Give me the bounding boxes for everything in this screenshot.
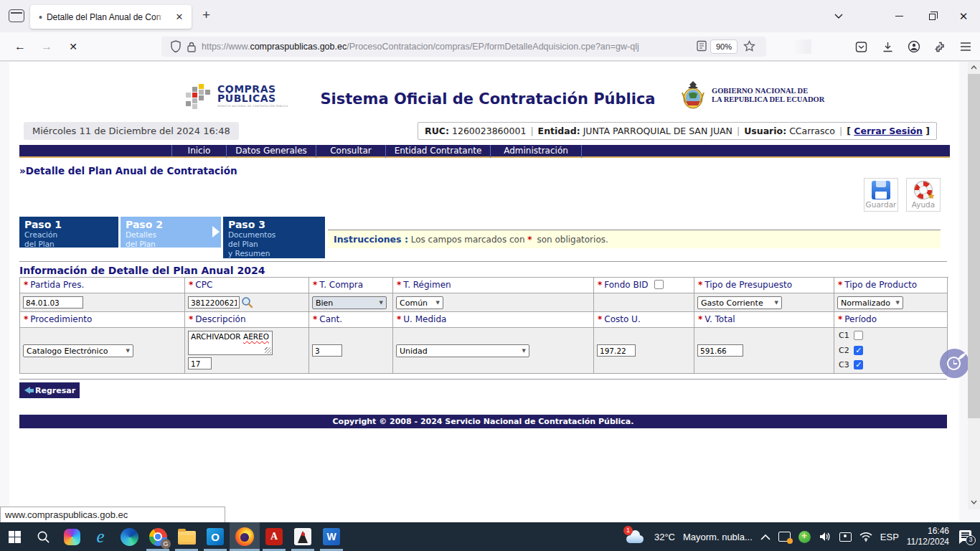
scroll-up-arrow[interactable] (968, 62, 980, 73)
tray-wifi-icon[interactable] (859, 532, 872, 542)
cpc-search-icon[interactable] (241, 296, 253, 309)
c1-checkbox[interactable] (854, 331, 863, 340)
weather-text[interactable]: Mayorm. nubla... (683, 532, 753, 542)
taskbar-copilot-icon[interactable] (57, 522, 86, 551)
start-button[interactable] (0, 522, 29, 551)
taskbar-java-icon[interactable] (288, 522, 317, 551)
page-scrollbar[interactable] (968, 62, 980, 509)
notification-badge: 3 (966, 535, 976, 545)
t-regimen-select[interactable]: Común▼ (396, 296, 443, 309)
header-partida: *Partida Pres. (20, 278, 185, 293)
forward-button[interactable]: → (38, 38, 55, 55)
fondo-bid-checkbox[interactable] (654, 280, 664, 289)
step-arrow-icon (212, 226, 220, 237)
tray-notifications-icon[interactable]: 3 (957, 530, 973, 543)
tipo-presupuesto-select[interactable]: Gasto Corriente▼ (697, 296, 782, 309)
account-icon[interactable] (905, 38, 923, 55)
lock-icon[interactable] (187, 42, 196, 52)
window-close-button[interactable]: ✕ (953, 0, 974, 32)
periodo-c1: C1 (839, 331, 863, 340)
tab-close-icon[interactable]: ✕ (173, 11, 186, 22)
ecuador-coat-of-arms (679, 80, 707, 111)
menu-item-inicio[interactable]: Inicio (172, 145, 227, 158)
shield-icon[interactable] (170, 40, 182, 53)
tab-list-chevron-icon[interactable] (828, 0, 849, 32)
tray-chevron-icon[interactable] (760, 534, 771, 540)
header-u-medida: *U. Medida (393, 312, 594, 328)
browser-tab[interactable]: • Detalle del Plan Anual de Contr ✕ (30, 5, 192, 29)
tray-volume-icon[interactable] (819, 531, 831, 542)
scroll-down-arrow[interactable] (968, 496, 980, 508)
v-total-input[interactable] (697, 344, 743, 357)
logout-link[interactable]: Cerrar Sesión (854, 126, 923, 136)
menu-item-consultar[interactable]: Consultar (316, 145, 386, 158)
tab-unsaved-dot: • (39, 11, 42, 23)
cantidad-input[interactable] (312, 344, 342, 357)
taskbar-search-button[interactable] (29, 522, 57, 551)
taskbar-ie-icon[interactable]: e (86, 522, 115, 551)
weather-temp[interactable]: 32°C (654, 532, 675, 542)
floating-timer-widget[interactable] (940, 349, 969, 378)
header-descripcion: *Descripción (185, 312, 309, 328)
descripcion-textarea[interactable]: ARCHIVADOR AEREO (188, 331, 273, 355)
tab-title: Detalle del Plan Anual de Contr (47, 12, 161, 22)
descripcion-code-input[interactable] (188, 357, 212, 369)
tray-antivirus-icon[interactable] (798, 531, 811, 543)
header-t-regimen: *T. Régimen (393, 278, 594, 293)
zoom-level-button[interactable]: 90% (710, 39, 738, 54)
header-fondo-bid: *Fondo BID (594, 278, 694, 293)
taskbar-acrobat-icon[interactable]: A (260, 522, 288, 551)
cpc-input[interactable] (188, 296, 240, 309)
c3-checkbox[interactable] (854, 360, 863, 369)
menu-item-administracion[interactable]: Administración (491, 145, 582, 158)
header-v-total: *V. Total (694, 312, 834, 328)
window-restore-button[interactable] (921, 0, 943, 32)
window-minimize-button[interactable] (888, 0, 910, 32)
stop-button[interactable]: ✕ (65, 38, 82, 55)
section-title: Información de Detalle del Plan Anual 20… (19, 265, 265, 276)
extensions-icon[interactable] (931, 38, 948, 55)
header-t-compra: *T. Compra (309, 278, 393, 293)
costo-u-input[interactable] (597, 344, 636, 357)
tipo-producto-select[interactable]: Normalizado▼ (837, 296, 903, 309)
taskbar-explorer-icon[interactable] (172, 522, 201, 551)
pocket-icon[interactable] (852, 38, 870, 55)
help-lifebuoy-icon: ★ (914, 181, 933, 199)
taskbar-word-icon[interactable]: W (317, 522, 346, 551)
scroll-thumb[interactable] (968, 74, 980, 418)
tray-language[interactable]: ESP (880, 532, 899, 542)
save-button[interactable]: Guardar (864, 178, 898, 212)
taskbar-edge-icon[interactable] (115, 522, 143, 551)
partida-input[interactable] (23, 296, 83, 309)
tray-screenshare-icon[interactable] (778, 532, 791, 542)
session-info: RUC: 1260023860001|Entidad: JUNTA PARROQ… (418, 122, 937, 140)
c2-checkbox[interactable] (854, 346, 863, 355)
firefox-view-icon[interactable] (9, 9, 24, 22)
periodo-c2: C2 (839, 346, 863, 355)
taskbar-chrome-icon[interactable]: G (143, 522, 172, 551)
new-tab-button[interactable]: + (202, 7, 210, 23)
resize-handle[interactable] (265, 347, 271, 354)
weather-icon[interactable]: 1 (625, 529, 646, 545)
tray-cast-icon[interactable] (839, 532, 852, 542)
help-button[interactable]: ★ Ayuda (906, 178, 941, 212)
menu-item-entidad-contratante[interactable]: Entidad Contratante (386, 145, 491, 158)
u-medida-select[interactable]: Unidad▼ (396, 344, 529, 357)
weather-badge: 1 (623, 526, 633, 535)
header-tipo-producto: *Tipo de Producto (834, 278, 948, 293)
screen: • Detalle del Plan Anual de Contr ✕ + ✕ … (0, 0, 980, 551)
taskbar-firefox-icon[interactable] (230, 522, 260, 551)
regresar-button[interactable]: Regresar (19, 382, 80, 398)
menu-hamburger-icon[interactable] (957, 38, 974, 55)
t-compra-select[interactable]: Bien▼ (312, 296, 387, 309)
back-button[interactable]: ← (11, 38, 29, 55)
url-bar[interactable]: https://www.compraspublicas.gob.ec/Proce… (161, 37, 766, 57)
taskbar-outlook-icon[interactable]: O (201, 522, 230, 551)
browser-toolbar: ← → ✕ https://www.compraspublicas.gob.ec… (0, 32, 980, 61)
bookmark-star-icon[interactable] (743, 40, 756, 53)
tray-clock[interactable]: 16:46 11/12/2024 (907, 526, 949, 547)
reader-mode-icon[interactable] (696, 40, 709, 53)
menu-item-datos-generales[interactable]: Datos Generales (227, 145, 316, 158)
download-icon[interactable] (879, 38, 896, 55)
procedimiento-select[interactable]: Catalogo Electrónico▼ (23, 344, 133, 357)
